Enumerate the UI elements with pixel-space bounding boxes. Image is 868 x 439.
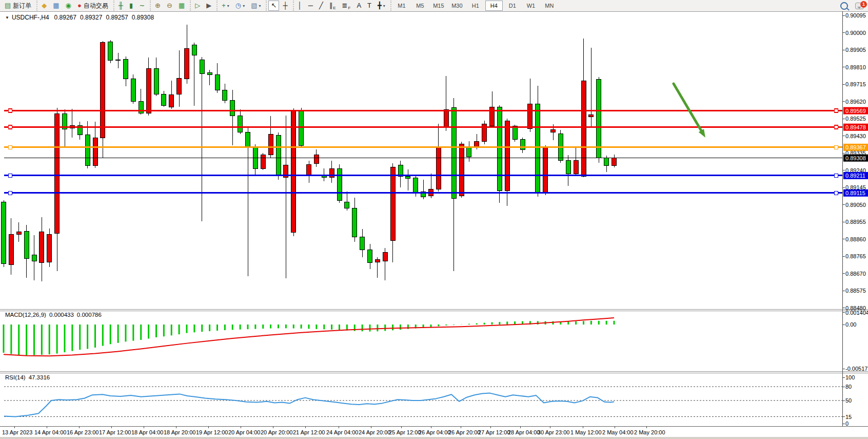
timeframe-m1[interactable]: M1 [393, 1, 410, 11]
candle [93, 138, 97, 165]
candle [154, 68, 159, 94]
line-anchor[interactable] [9, 174, 12, 177]
chevron-down-icon[interactable]: ▾ [259, 4, 261, 8]
candle [444, 109, 448, 127]
crosshair-button[interactable]: ┼ [280, 1, 290, 11]
candle [551, 129, 556, 132]
text-label-button[interactable]: T [365, 1, 374, 11]
candle [169, 95, 174, 107]
toolbar-group-scroll: ▷▶ [190, 1, 215, 11]
line-anchor[interactable] [835, 125, 838, 129]
price-tick-label: 0.90095 [845, 12, 866, 18]
line-anchor[interactable] [9, 145, 12, 149]
candle [589, 114, 594, 117]
arrows-button[interactable]: ╋▾ [375, 1, 388, 11]
timeframe-m30[interactable]: M30 [448, 1, 466, 11]
line-chart-button[interactable]: ∼ [136, 1, 147, 11]
zoom-in-button[interactable]: ⊕ [152, 1, 163, 11]
timeframe-w1[interactable]: W1 [522, 1, 540, 11]
new-order-button[interactable]: ▤新订单 [2, 1, 34, 11]
trendline-button[interactable]: ╱ [317, 1, 326, 11]
rsi-tick-label: 15 [845, 414, 852, 420]
candle [124, 59, 128, 79]
periods-button[interactable]: ◷▾ [233, 1, 247, 11]
bar-chart-icon: ╫ [119, 1, 123, 10]
rsi-tick-label: 100 [845, 374, 855, 380]
chart-shift-button[interactable]: ▶ [204, 1, 214, 11]
time-tick-label: 16 Apr 23:00 [67, 429, 98, 435]
cursor-icon: ↖ [271, 1, 277, 10]
price-line-badge-label: 0.89478 [845, 124, 866, 130]
candle [314, 155, 319, 163]
price-tick-label: 0.89620 [845, 99, 866, 105]
timeframe-d1[interactable]: D1 [504, 1, 521, 11]
price-line-badge-label: 0.89211 [845, 173, 865, 179]
indicators-icon: + [222, 1, 226, 10]
candle [24, 231, 29, 258]
line-anchor[interactable] [835, 145, 838, 149]
line-anchor[interactable] [9, 109, 12, 112]
vertical-line-button[interactable]: │ [295, 1, 305, 11]
chat-icon[interactable]: 1 [855, 3, 864, 9]
styler-icon: ◆ [42, 1, 47, 10]
toolbar-group-pointer: ↖┼ [266, 1, 291, 11]
time-tick-label: 24 Apr 20:00 [359, 429, 390, 435]
candle [581, 81, 586, 176]
autotrade-button[interactable]: ●自动交易 [75, 1, 111, 11]
candle [612, 158, 617, 165]
styler-button[interactable]: ◆ [39, 1, 49, 11]
signals-button[interactable]: ◉ [63, 1, 74, 11]
open-value: 0.89267 [54, 14, 76, 21]
time-tick-label: 19 Apr 12:00 [196, 429, 228, 435]
text-button[interactable]: A [354, 1, 364, 11]
chevron-down-icon[interactable]: ▾ [243, 4, 245, 8]
line-anchor[interactable] [9, 125, 12, 129]
candle [253, 147, 258, 168]
tile-windows-button[interactable]: ▦ [176, 1, 187, 11]
toolbar: ▤新订单◆▦◉●自动交易╫▮∼⊕⊖▦▷▶+▾◷▾▧▾↖┼│─╱∥E≣FAT╋▾M… [0, 0, 868, 12]
timeframe-h4[interactable]: H4 [485, 1, 503, 11]
chevron-down-icon[interactable]: ▾ [383, 4, 385, 8]
chevron-down-icon[interactable]: ▾ [227, 4, 229, 8]
toolbar-group-order: ▤新订单 [1, 1, 35, 11]
channel-button[interactable]: ∥E [327, 1, 339, 11]
horizontal-line-icon: ─ [308, 1, 313, 10]
candle [398, 165, 403, 176]
candlestick-button[interactable]: ▮ [127, 1, 135, 11]
line-anchor[interactable] [835, 174, 838, 177]
candle [307, 164, 311, 175]
new-chart-button[interactable]: ▦ [50, 1, 62, 11]
indicators-button[interactable]: +▾ [219, 1, 232, 11]
line-anchor[interactable] [835, 109, 838, 112]
time-tick-label: 30 Apr 23:00 [538, 429, 569, 435]
candle [108, 42, 113, 60]
time-tick-label: 28 Apr 04:00 [508, 429, 540, 435]
time-tick-label: 26 Apr 20:00 [448, 429, 480, 435]
cursor-button[interactable]: ↖ [268, 1, 279, 11]
line-anchor[interactable] [9, 191, 12, 195]
candle [390, 167, 395, 240]
toolbar-group-view: ◆▦◉●自动交易 [36, 1, 112, 11]
timeframe-mn[interactable]: MN [541, 1, 558, 11]
candle [475, 141, 479, 146]
arrows-icon: ╋ [378, 1, 382, 10]
toolbar-group-objects: │─╱∥E≣FAT╋▾ [293, 1, 389, 11]
candle [185, 49, 189, 79]
candle [512, 126, 517, 139]
bar-chart-button[interactable]: ╫ [116, 1, 126, 11]
scroll-to-end-button[interactable]: ▷ [192, 1, 203, 11]
chart-menu-icon[interactable]: ▼ [5, 15, 9, 20]
zoom-out-button[interactable]: ⊖ [164, 1, 175, 11]
chart-canvas: 0.900950.900000.899050.898100.897150.896… [0, 11, 868, 437]
horizontal-line-button[interactable]: ─ [306, 1, 315, 11]
fibonacci-button[interactable]: ≣F [340, 1, 353, 11]
timeframe-m15[interactable]: M15 [430, 1, 447, 11]
candle [497, 107, 502, 190]
low-value: 0.89257 [106, 14, 128, 21]
line-anchor[interactable] [835, 191, 838, 195]
search-icon[interactable] [840, 2, 848, 10]
candle [32, 255, 36, 261]
timeframe-m5[interactable]: M5 [411, 1, 429, 11]
templates-button[interactable]: ▧▾ [248, 1, 263, 11]
timeframe-h1[interactable]: H1 [467, 1, 484, 11]
